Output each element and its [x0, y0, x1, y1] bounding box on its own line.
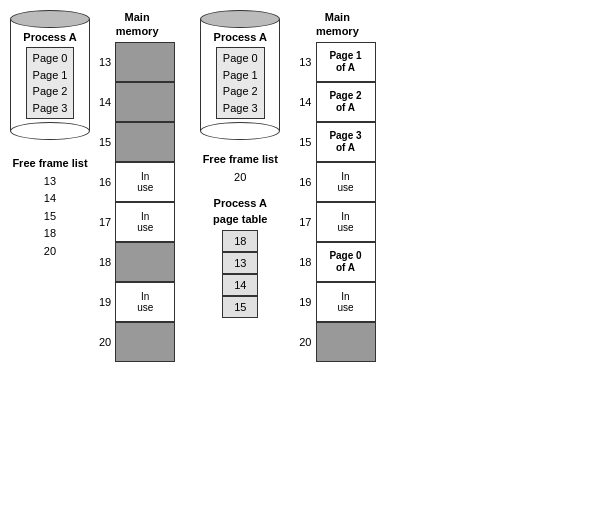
right-cell-18: Page 0of A: [316, 242, 376, 282]
left-page1: Page 1: [33, 67, 68, 84]
left-row-labels: 13 14 15 16 17 18 19 20: [99, 42, 113, 362]
left-ffl-13: 13: [12, 173, 87, 191]
right-cell-19: Inuse: [316, 282, 376, 322]
separator: [175, 10, 185, 515]
left-ffl-20: 20: [12, 243, 87, 261]
right-label-19: 19: [299, 282, 313, 322]
pt-cell-1: 13: [222, 252, 258, 274]
left-label-14: 14: [99, 82, 113, 122]
right-cell-15: Page 3of A: [316, 122, 376, 162]
left-memory-column: Main memory 13 14 15 16 17 18 19 20: [99, 10, 175, 362]
pt-cell-0: 18: [222, 230, 258, 252]
right-label-16: 16: [299, 162, 313, 202]
right-row-labels: 13 14 15 16 17 18 19 20: [299, 42, 313, 362]
right-label-20: 20: [299, 322, 313, 362]
page-table-cells: 18 13 14 15: [213, 230, 267, 318]
left-mem-cells: Inuse Inuse Inuse: [115, 42, 175, 362]
right-diagram: Process A Page 0 Page 1 Page 2 Page 3 Fr…: [185, 10, 375, 515]
left-cell-14: [115, 82, 175, 122]
left-diagram: Process A Page 0 Page 1 Page 2 Page 3 Fr…: [5, 10, 175, 515]
left-parts: Process A Page 0 Page 1 Page 2 Page 3 Fr…: [5, 10, 95, 261]
right-parts: Process A Page 0 Page 1 Page 2 Page 3 Fr…: [185, 10, 295, 318]
left-cell-13: [115, 42, 175, 82]
right-page1: Page 1: [223, 67, 258, 84]
left-label-15: 15: [99, 122, 113, 162]
left-pages-box: Page 0 Page 1 Page 2 Page 3: [26, 47, 75, 119]
page-table-title: Process A page table: [213, 196, 267, 227]
left-page0: Page 0: [33, 50, 68, 67]
left-label-18: 18: [99, 242, 113, 282]
right-page0: Page 0: [223, 50, 258, 67]
page-table-section: Process A page table 18 13 14 15: [213, 196, 267, 318]
cylinder-body-left: Process A Page 0 Page 1 Page 2 Page 3: [10, 19, 90, 131]
right-memory-grid: 13 14 15 16 17 18 19 20 Page 1of A Page …: [299, 42, 375, 362]
right-label-14: 14: [299, 82, 313, 122]
right-page3: Page 3: [223, 100, 258, 117]
right-label-18: 18: [299, 242, 313, 282]
pt-cell-3: 15: [222, 296, 258, 318]
right-cell-20: [316, 322, 376, 362]
left-cell-16: Inuse: [115, 162, 175, 202]
left-cell-20: [115, 322, 175, 362]
left-label-19: 19: [99, 282, 113, 322]
left-cell-19: Inuse: [115, 282, 175, 322]
left-free-frame-list: Free frame list 13 14 15 18 20: [12, 155, 87, 261]
pt-cell-2: 14: [222, 274, 258, 296]
left-page3: Page 3: [33, 100, 68, 117]
left-label-17: 17: [99, 202, 113, 242]
right-label-17: 17: [299, 202, 313, 242]
right-mem-cells: Page 1of A Page 2of A Page 3of A Inuse I…: [316, 42, 376, 362]
cylinder-bottom-left: [10, 122, 90, 140]
right-ffl-20: 20: [203, 169, 278, 187]
left-label-16: 16: [99, 162, 113, 202]
left-ffl-18: 18: [12, 225, 87, 243]
main-container: Process A Page 0 Page 1 Page 2 Page 3 Fr…: [0, 0, 611, 525]
left-cylinder: Process A Page 0 Page 1 Page 2 Page 3: [5, 10, 95, 140]
cylinder-body-right: Process A Page 0 Page 1 Page 2 Page 3: [200, 19, 280, 131]
cylinder-bottom-right: [200, 122, 280, 140]
right-cylinder: Process A Page 0 Page 1 Page 2 Page 3: [195, 10, 285, 140]
left-cell-18: [115, 242, 175, 282]
left-ffl-14: 14: [12, 190, 87, 208]
left-cell-17: Inuse: [115, 202, 175, 242]
cylinder-top-right: [200, 10, 280, 28]
left-process-label: Process A: [23, 31, 76, 43]
right-cell-16: Inuse: [316, 162, 376, 202]
right-cell-17: Inuse: [316, 202, 376, 242]
left-ffl-15: 15: [12, 208, 87, 226]
right-memory-title: Main memory: [316, 10, 359, 39]
right-label-13: 13: [299, 42, 313, 82]
right-process-label: Process A: [214, 31, 267, 43]
left-cell-15: [115, 122, 175, 162]
left-memory-title: Main memory: [116, 10, 159, 39]
left-label-20: 20: [99, 322, 113, 362]
right-label-15: 15: [299, 122, 313, 162]
left-page2: Page 2: [33, 83, 68, 100]
left-memory-grid: 13 14 15 16 17 18 19 20 Inuse Inuse In: [99, 42, 175, 362]
right-pages-box: Page 0 Page 1 Page 2 Page 3: [216, 47, 265, 119]
right-free-frame-list: Free frame list 20: [203, 151, 278, 186]
right-cell-14: Page 2of A: [316, 82, 376, 122]
cylinder-top-left: [10, 10, 90, 28]
right-ffl-title: Free frame list: [203, 151, 278, 169]
right-page2: Page 2: [223, 83, 258, 100]
left-ffl-title: Free frame list: [12, 155, 87, 173]
right-cell-13: Page 1of A: [316, 42, 376, 82]
right-memory-column: Main memory 13 14 15 16 17 18 19 20 Page…: [299, 10, 375, 362]
left-label-13: 13: [99, 42, 113, 82]
